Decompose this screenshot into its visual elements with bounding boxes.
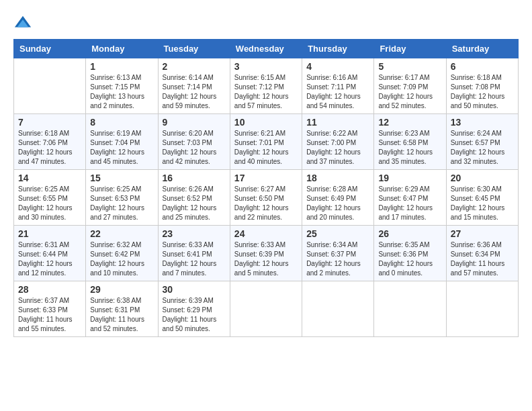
header-sunday: Sunday [14,40,86,58]
day-number: 18 [306,173,369,183]
page-header [13,13,519,32]
day-info: Sunrise: 6:24 AMSunset: 6:57 PMDaylight:… [451,129,514,167]
header-monday: Monday [86,40,158,58]
day-info: Sunrise: 6:25 AMSunset: 6:55 PMDaylight:… [18,185,81,222]
day-info: Sunrise: 6:20 AMSunset: 7:03 PMDaylight:… [163,129,226,167]
calendar-cell: 11Sunrise: 6:22 AMSunset: 7:00 PMDayligh… [302,114,374,170]
calendar-cell: 23Sunrise: 6:33 AMSunset: 6:41 PMDayligh… [158,226,230,281]
day-number: 14 [18,173,81,183]
day-info: Sunrise: 6:23 AMSunset: 6:58 PMDaylight:… [378,129,441,167]
day-number: 4 [306,61,369,72]
day-number: 28 [18,284,81,295]
calendar-cell: 25Sunrise: 6:34 AMSunset: 6:37 PMDayligh… [302,226,374,281]
day-info: Sunrise: 6:16 AMSunset: 7:11 PMDaylight:… [306,73,369,111]
day-info: Sunrise: 6:35 AMSunset: 6:36 PMDaylight:… [378,240,441,278]
day-info: Sunrise: 6:19 AMSunset: 7:04 PMDaylight:… [90,129,153,167]
day-info: Sunrise: 6:32 AMSunset: 6:42 PMDaylight:… [90,240,153,278]
header-friday: Friday [374,40,446,58]
calendar-cell [14,58,86,114]
calendar-cell: 30Sunrise: 6:39 AMSunset: 6:29 PMDayligh… [158,281,230,337]
calendar-cell [374,281,446,337]
day-number: 21 [18,228,81,239]
day-number: 12 [378,117,441,128]
day-info: Sunrise: 6:31 AMSunset: 6:44 PMDaylight:… [18,240,81,278]
day-number: 23 [163,228,226,239]
calendar-cell: 18Sunrise: 6:28 AMSunset: 6:49 PMDayligh… [302,170,374,226]
day-number: 25 [306,228,369,239]
day-info: Sunrise: 6:17 AMSunset: 7:09 PMDaylight:… [378,73,441,111]
day-number: 6 [451,61,514,72]
day-number: 8 [90,117,153,128]
day-number: 1 [90,61,153,72]
calendar-cell: 22Sunrise: 6:32 AMSunset: 6:42 PMDayligh… [86,226,158,281]
day-number: 24 [234,228,298,239]
day-number: 30 [163,284,226,295]
calendar-cell: 21Sunrise: 6:31 AMSunset: 6:44 PMDayligh… [14,226,86,281]
calendar-cell: 27Sunrise: 6:36 AMSunset: 6:34 PMDayligh… [446,226,518,281]
day-number: 19 [378,173,441,183]
calendar-cell: 13Sunrise: 6:24 AMSunset: 6:57 PMDayligh… [446,114,518,170]
calendar-cell: 1Sunrise: 6:13 AMSunset: 7:15 PMDaylight… [86,58,158,114]
day-number: 7 [18,117,81,128]
day-info: Sunrise: 6:25 AMSunset: 6:53 PMDaylight:… [90,185,153,222]
calendar-cell: 14Sunrise: 6:25 AMSunset: 6:55 PMDayligh… [14,170,86,226]
day-number: 5 [378,61,441,72]
calendar-cell: 20Sunrise: 6:30 AMSunset: 6:45 PMDayligh… [446,170,518,226]
day-info: Sunrise: 6:26 AMSunset: 6:52 PMDaylight:… [163,185,226,222]
day-number: 15 [90,173,153,183]
day-number: 29 [90,284,153,295]
calendar-cell: 16Sunrise: 6:26 AMSunset: 6:52 PMDayligh… [158,170,230,226]
day-info: Sunrise: 6:27 AMSunset: 6:50 PMDaylight:… [234,185,298,222]
day-number: 10 [234,117,298,128]
calendar-cell: 29Sunrise: 6:38 AMSunset: 6:31 PMDayligh… [86,281,158,337]
day-info: Sunrise: 6:22 AMSunset: 7:00 PMDaylight:… [306,129,369,167]
calendar-header-row: SundayMondayTuesdayWednesdayThursdayFrid… [14,40,519,58]
day-number: 22 [90,228,153,239]
day-info: Sunrise: 6:21 AMSunset: 7:01 PMDaylight:… [234,129,298,167]
calendar-week-row: 28Sunrise: 6:37 AMSunset: 6:33 PMDayligh… [14,281,519,337]
logo-icon [13,13,32,32]
calendar-cell: 6Sunrise: 6:18 AMSunset: 7:08 PMDaylight… [446,58,518,114]
calendar-cell: 28Sunrise: 6:37 AMSunset: 6:33 PMDayligh… [14,281,86,337]
calendar-cell: 9Sunrise: 6:20 AMSunset: 7:03 PMDaylight… [158,114,230,170]
day-number: 9 [163,117,226,128]
day-number: 11 [306,117,369,128]
calendar-cell [230,281,302,337]
calendar-week-row: 21Sunrise: 6:31 AMSunset: 6:44 PMDayligh… [14,226,519,281]
day-info: Sunrise: 6:18 AMSunset: 7:08 PMDaylight:… [451,73,514,111]
calendar-table: SundayMondayTuesdayWednesdayThursdayFrid… [13,39,519,337]
calendar-cell: 12Sunrise: 6:23 AMSunset: 6:58 PMDayligh… [374,114,446,170]
day-info: Sunrise: 6:14 AMSunset: 7:14 PMDaylight:… [163,73,226,111]
day-info: Sunrise: 6:36 AMSunset: 6:34 PMDaylight:… [451,240,514,278]
day-number: 27 [451,228,514,239]
header-thursday: Thursday [302,40,374,58]
calendar-cell: 7Sunrise: 6:18 AMSunset: 7:06 PMDaylight… [14,114,86,170]
day-info: Sunrise: 6:34 AMSunset: 6:37 PMDaylight:… [306,240,369,278]
header-wednesday: Wednesday [230,40,302,58]
day-info: Sunrise: 6:18 AMSunset: 7:06 PMDaylight:… [18,129,81,167]
calendar-cell: 17Sunrise: 6:27 AMSunset: 6:50 PMDayligh… [230,170,302,226]
day-number: 17 [234,173,298,183]
calendar-week-row: 7Sunrise: 6:18 AMSunset: 7:06 PMDaylight… [14,114,519,170]
calendar-cell: 19Sunrise: 6:29 AMSunset: 6:47 PMDayligh… [374,170,446,226]
calendar-cell [302,281,374,337]
day-info: Sunrise: 6:30 AMSunset: 6:45 PMDaylight:… [451,185,514,222]
calendar-week-row: 1Sunrise: 6:13 AMSunset: 7:15 PMDaylight… [14,58,519,114]
calendar-cell: 3Sunrise: 6:15 AMSunset: 7:12 PMDaylight… [230,58,302,114]
calendar-cell: 15Sunrise: 6:25 AMSunset: 6:53 PMDayligh… [86,170,158,226]
header-tuesday: Tuesday [158,40,230,58]
calendar-cell: 24Sunrise: 6:33 AMSunset: 6:39 PMDayligh… [230,226,302,281]
calendar-cell: 2Sunrise: 6:14 AMSunset: 7:14 PMDaylight… [158,58,230,114]
day-number: 3 [234,61,298,72]
calendar-cell: 10Sunrise: 6:21 AMSunset: 7:01 PMDayligh… [230,114,302,170]
day-number: 2 [163,61,226,72]
day-info: Sunrise: 6:38 AMSunset: 6:31 PMDaylight:… [90,296,153,334]
logo [13,13,35,32]
calendar-cell: 26Sunrise: 6:35 AMSunset: 6:36 PMDayligh… [374,226,446,281]
day-number: 26 [378,228,441,239]
day-info: Sunrise: 6:15 AMSunset: 7:12 PMDaylight:… [234,73,298,111]
day-number: 20 [451,173,514,183]
calendar-cell: 4Sunrise: 6:16 AMSunset: 7:11 PMDaylight… [302,58,374,114]
day-number: 16 [163,173,226,183]
calendar-cell [446,281,518,337]
